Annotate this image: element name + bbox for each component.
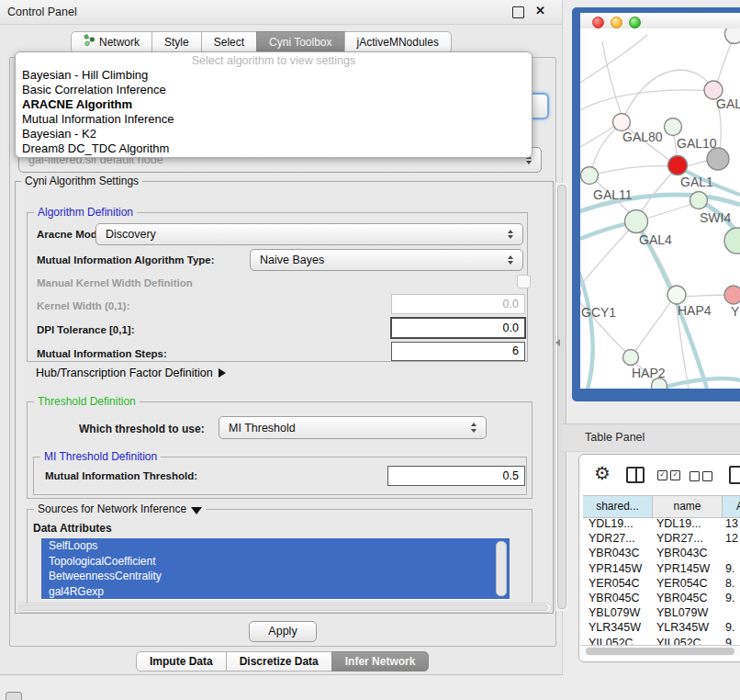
cell-value: 13 — [723, 516, 740, 531]
dpi-tolerance-field[interactable]: 0.0 — [390, 317, 526, 339]
deselect-all-columns-icon[interactable] — [690, 471, 712, 481]
column-header-shared-name[interactable]: shared... — [583, 496, 653, 517]
which-threshold-select[interactable]: MI Threshold — [219, 416, 487, 439]
node-gal10[interactable] — [665, 119, 682, 136]
table-row-partial[interactable]: YIL052C YIL052C 9. — [583, 636, 740, 646]
checked-box-icon: ✓ — [657, 470, 667, 480]
tab-jactivemnodules[interactable]: jActiveMNodules — [344, 31, 452, 53]
label-gal1: GAL1 — [680, 175, 713, 189]
table-row[interactable]: YBL079W YBL079W — [583, 605, 740, 620]
mi-threshold-group: MI Threshold Definition Mutual Informati… — [33, 457, 527, 495]
tab-impute-data[interactable]: Impute Data — [136, 651, 227, 672]
algorithm-definition-group: Algorithm Definition Aracne Mode: Discov… — [27, 212, 528, 362]
close-traffic-light[interactable] — [592, 17, 604, 28]
tab-network-label: Network — [99, 32, 140, 52]
network-canvas[interactable]: GAL2 GAL80 GAL10 GAL1 GAL11 SWI4 GAL4 GC… — [580, 28, 740, 389]
table-row[interactable]: YBR043C YBR043C — [583, 546, 740, 560]
label-swi4: SWI4 — [700, 210, 731, 225]
label-salmon: Y — [731, 304, 740, 319]
attribute-item-gal4rgexp[interactable]: gal4RGexp — [41, 584, 510, 600]
algorithm-option-bayesian-k2[interactable]: Bayesian - K2 — [19, 127, 527, 141]
split-columns-icon[interactable] — [626, 467, 645, 483]
tab-network[interactable]: Network — [71, 31, 152, 53]
splitpane-grabber-icon[interactable] — [555, 339, 560, 346]
list-scrollbar-thumb[interactable] — [496, 541, 507, 596]
attribute-item-selfloops[interactable]: SelfLoops — [41, 538, 510, 554]
algorithm-option-mutual-information[interactable]: Mutual Information Inference — [19, 112, 527, 127]
table-panel-header-bar: Table Panel — [563, 423, 740, 452]
aracne-mode-select[interactable]: Discovery — [95, 223, 523, 245]
table-row[interactable]: YER054C YER054C 8. — [583, 576, 740, 591]
gear-icon[interactable]: ⚙ — [594, 464, 611, 482]
bottom-tab-bar: Impute Data Discretize Data Infer Networ… — [136, 651, 429, 672]
tab-cyni-toolbox[interactable]: Cyni Toolbox — [256, 31, 344, 53]
node-gal4[interactable] — [625, 210, 648, 233]
close-icon[interactable]: ✕ — [535, 4, 545, 17]
node-hap4[interactable] — [667, 286, 686, 304]
select-all-columns-icon[interactable]: ✓ ✓ — [657, 470, 680, 480]
cell-shared-name: YPR145W — [583, 561, 653, 576]
add-column-icon[interactable] — [729, 466, 740, 484]
float-icon[interactable] — [512, 6, 524, 18]
attribute-item-topologicalcoefficient[interactable]: TopologicalCoefficient — [41, 554, 510, 570]
settings-horizontal-scrollbar[interactable] — [17, 603, 552, 613]
expand-right-icon — [219, 368, 226, 378]
node-hap2[interactable] — [623, 350, 639, 366]
mi-steps-field[interactable]: 6 — [391, 342, 525, 361]
tab-style[interactable]: Style — [151, 31, 202, 53]
cell-name: YLR345W — [653, 620, 723, 635]
minimized-panel-icon[interactable] — [6, 692, 22, 700]
tab-select[interactable]: Select — [201, 31, 257, 53]
algorithm-option-bayesian-hill-climbing[interactable]: Bayesian - Hill Climbing — [19, 68, 527, 83]
column-header-name[interactable]: name — [653, 496, 723, 517]
table-row[interactable]: YDR27... YDR27... 12 — [583, 531, 740, 546]
apply-button[interactable]: Apply — [249, 621, 317, 642]
node[interactable] — [725, 28, 740, 44]
cyni-algorithm-settings-panel: Cyni Algorithm Settings Algorithm Defini… — [15, 181, 554, 614]
data-attributes-label: Data Attributes — [33, 522, 112, 535]
mi-threshold-field[interactable]: 0.5 — [387, 466, 525, 486]
scrollbar-thumb[interactable] — [19, 604, 548, 611]
manual-kernel-checkbox[interactable] — [517, 275, 531, 288]
hub-definition-expander[interactable]: Hub/Transcription Factor Definition — [36, 367, 226, 379]
tab-discretize-data[interactable]: Discretize Data — [226, 651, 332, 672]
node-gal80[interactable] — [613, 114, 631, 131]
table-panel-title: Table Panel — [585, 431, 645, 444]
aracne-mode-value: Discovery — [96, 228, 503, 241]
algorithm-option-basic-correlation[interactable]: Basic Correlation Inference — [19, 83, 527, 97]
network-window-titlebar[interactable] — [580, 13, 740, 29]
tab-infer-network[interactable]: Infer Network — [331, 651, 430, 672]
zoom-traffic-light[interactable] — [629, 17, 641, 28]
algorithm-dropdown-popup: Select algorithm to view settings Bayesi… — [15, 51, 533, 158]
dpi-tolerance-label: DPI Tolerance [0,1]: — [37, 324, 135, 335]
mi-type-value: Naive Bayes — [251, 254, 503, 266]
mi-steps-label: Mutual Information Steps: — [37, 348, 167, 359]
column-header-partial[interactable]: A — [723, 496, 740, 517]
minimize-traffic-light[interactable] — [611, 17, 622, 28]
application-root: Control Panel ✕ Network Style Select — [0, 0, 740, 700]
table-row[interactable]: YDL19... YDL19... 13 — [583, 516, 740, 531]
scrollbar-thumb[interactable] — [586, 648, 734, 655]
node-gray[interactable] — [707, 148, 729, 170]
algorithm-option-aracne[interactable]: ARACNE Algorithm — [19, 97, 527, 112]
node-gal11[interactable] — [581, 167, 599, 185]
network-graph: GAL2 GAL80 GAL10 GAL1 GAL11 SWI4 GAL4 GC… — [580, 28, 740, 389]
node-large-right[interactable] — [724, 228, 740, 254]
algorithm-option-dream8[interactable]: Dream8 DC_TDC Algorithm — [19, 141, 527, 156]
mi-type-select[interactable]: Naive Bayes — [250, 249, 523, 271]
table-horizontal-scrollbar[interactable] — [580, 645, 740, 657]
settings-vertical-scrollbar[interactable] — [555, 183, 567, 611]
attribute-item-betweennesscentrality[interactable]: BetweennessCentrality — [41, 569, 510, 584]
scrollbar-thumb[interactable] — [557, 185, 566, 609]
node-gal1[interactable] — [668, 156, 688, 175]
table-row[interactable]: YPR145W YPR145W 9. — [583, 561, 740, 576]
label-gal10: GAL10 — [677, 136, 717, 151]
table-row[interactable]: YLR345W YLR345W 9. — [583, 620, 740, 635]
kernel-width-field[interactable]: 0.0 — [391, 294, 525, 314]
top-tab-bar: Network Style Select Cyni Toolbox jActiv… — [71, 31, 452, 53]
cell-value — [723, 546, 740, 560]
hub-definition-label: Hub/Transcription Factor Definition — [36, 367, 213, 379]
node-salmon[interactable] — [724, 286, 740, 304]
table-row[interactable]: YBR045C YBR045C 9. — [583, 591, 740, 605]
node-swi4[interactable] — [690, 192, 708, 209]
